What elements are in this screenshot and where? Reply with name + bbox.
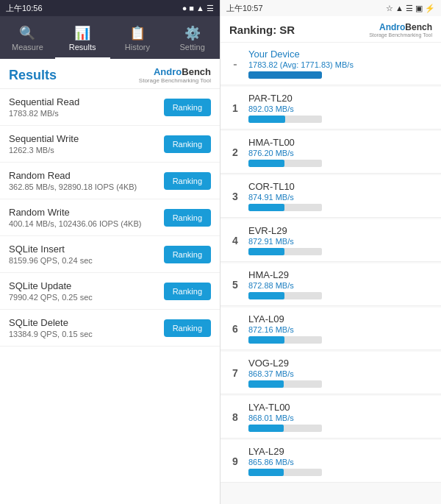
- rank-info: VOG-L29 868.37 MB/s: [248, 358, 434, 388]
- rank-bar: [248, 160, 284, 167]
- rank-device-name: PAR-TL20: [248, 93, 434, 104]
- rank-info: LYA-TL00 868.01 MB/s: [248, 402, 434, 432]
- rank-number: 3: [228, 191, 243, 202]
- ranking-button[interactable]: Ranking: [164, 319, 211, 337]
- result-name: SQLite Insert: [9, 244, 93, 255]
- rank-score: 872.91 MB/s: [248, 237, 434, 246]
- result-value: 400.14 MB/s, 102436.06 IOPS (4KB): [9, 219, 141, 228]
- result-value: 7990.42 QPS, 0.25 sec: [9, 293, 93, 302]
- result-name: Random Write: [9, 207, 141, 218]
- result-info: SQLite Update 7990.42 QPS, 0.25 sec: [9, 280, 93, 302]
- status-icons-left: ● ■ ▲ ☰: [182, 4, 214, 13]
- rank-bar: [248, 380, 284, 388]
- tab-measure[interactable]: 🔍 Measure: [0, 21, 55, 59]
- result-item: SQLite Update 7990.42 QPS, 0.25 sec Rank…: [0, 273, 220, 310]
- result-info: Random Write 400.14 MB/s, 102436.06 IOPS…: [9, 207, 141, 228]
- androbench-logo: AndroBench Storage Benchmarking Tool: [139, 66, 211, 84]
- ranking-item: 3 COR-TL10 874.91 MB/s: [220, 175, 441, 218]
- tab-setting[interactable]: ⚙️ Setting: [165, 21, 220, 59]
- result-info: SQLite Insert 8159.96 QPS, 0.24 sec: [9, 244, 93, 265]
- rank-device-name: Your Device: [248, 49, 434, 60]
- ranking-button[interactable]: Ranking: [164, 172, 211, 190]
- rank-bar: [248, 248, 284, 255]
- rank-device-name: EVR-L29: [248, 225, 434, 236]
- rank-bar-container: [248, 160, 322, 167]
- logo-bench-right: Bench: [405, 22, 432, 32]
- rank-score: 872.16 MB/s: [248, 325, 434, 334]
- result-name: Sequential Write: [9, 133, 79, 144]
- logo-sub: Storage Benchmarking Tool: [139, 77, 211, 84]
- rank-device-name: LYA-L29: [248, 446, 434, 457]
- rank-info: LYA-L29 865.86 MB/s: [248, 446, 434, 476]
- rank-number: 8: [228, 411, 243, 423]
- rank-number: 5: [228, 279, 243, 291]
- rank-info: COR-TL10 874.91 MB/s: [248, 181, 434, 211]
- rank-bar-container: [248, 248, 322, 255]
- rank-number: 2: [228, 146, 243, 158]
- result-value: 13384.9 QPS, 0.15 sec: [9, 330, 93, 338]
- status-bar-right: 上午10:57 ☆ ▲ ☰ ▣ ⚡: [220, 0, 441, 16]
- rank-bar-container: [248, 71, 322, 79]
- time-right: 上午10:57: [226, 3, 263, 14]
- rank-bar-container: [248, 425, 322, 432]
- ranking-list: - Your Device 1783.82 (Avg: 1771.83) MB/…: [220, 43, 441, 504]
- result-item: Random Read 362.85 MB/s, 92890.18 IOPS (…: [0, 163, 220, 199]
- rank-bar: [248, 292, 284, 299]
- rank-bar: [248, 425, 284, 432]
- ranking-item: 8 LYA-TL00 868.01 MB/s: [220, 396, 441, 439]
- ranking-item: 7 VOG-L29 868.37 MB/s: [220, 352, 441, 394]
- result-value: 8159.96 QPS, 0.24 sec: [9, 256, 93, 265]
- ranking-button[interactable]: Ranking: [164, 246, 211, 263]
- rank-info: HMA-TL00 876.20 MB/s: [248, 137, 434, 167]
- results-list: Sequential Read 1783.82 MB/s Ranking Seq…: [0, 89, 220, 504]
- ranking-item: 4 EVR-L29 872.91 MB/s: [220, 219, 441, 262]
- tab-results[interactable]: 📊 Results: [55, 21, 110, 59]
- result-info: Sequential Read 1783.82 MB/s: [9, 96, 79, 118]
- rank-device-name: COR-TL10: [248, 181, 434, 192]
- time-left: 上午10:56: [6, 3, 43, 14]
- tab-results-label: Results: [69, 43, 96, 52]
- ranking-button[interactable]: Ranking: [164, 209, 211, 227]
- result-value: 1262.3 MB/s: [9, 146, 79, 155]
- rank-info: Your Device 1783.82 (Avg: 1771.83) MB/s: [248, 49, 434, 79]
- rank-info: LYA-L09 872.16 MB/s: [248, 313, 434, 344]
- history-icon: 📋: [129, 25, 146, 41]
- tab-history[interactable]: 📋 History: [110, 21, 165, 59]
- rank-score: 1783.82 (Avg: 1771.83) MB/s: [248, 60, 434, 69]
- measure-icon: 🔍: [19, 25, 35, 41]
- ranking-button[interactable]: Ranking: [164, 283, 211, 300]
- ranking-item: 9 LYA-L29 865.86 MB/s: [220, 440, 441, 483]
- rank-number: 6: [228, 323, 243, 335]
- rank-info: PAR-TL20 892.03 MB/s: [248, 93, 434, 123]
- results-title: Results: [9, 68, 57, 83]
- rank-device-name: HMA-L29: [248, 269, 434, 280]
- result-name: SQLite Delete: [9, 317, 93, 328]
- rank-bar-container: [248, 336, 322, 344]
- rank-bar-container: [248, 380, 322, 388]
- result-item: SQLite Insert 8159.96 QPS, 0.24 sec Rank…: [0, 236, 220, 273]
- rank-score: 868.37 MB/s: [248, 369, 434, 378]
- result-item: Sequential Read 1783.82 MB/s Ranking: [0, 89, 220, 126]
- logo-andro: Andro: [154, 66, 182, 77]
- rank-bar: [248, 71, 322, 79]
- ranking-button[interactable]: Ranking: [164, 135, 211, 153]
- rank-device-name: LYA-TL00: [248, 402, 434, 413]
- result-name: Random Read: [9, 170, 137, 181]
- rank-bar-container: [248, 116, 322, 123]
- result-value: 362.85 MB/s, 92890.18 IOPS (4KB): [9, 182, 137, 191]
- rank-bar: [248, 204, 284, 211]
- status-bar-left: 上午10:56 ● ■ ▲ ☰: [0, 0, 220, 16]
- rank-bar: [248, 469, 284, 476]
- rank-score: 865.86 MB/s: [248, 458, 434, 466]
- rank-info: EVR-L29 872.91 MB/s: [248, 225, 434, 255]
- result-info: Sequential Write 1262.3 MB/s: [9, 133, 79, 155]
- rank-score: 876.20 MB/s: [248, 149, 434, 157]
- ranking-title: Ranking: SR: [229, 24, 295, 36]
- result-item: Sequential Write 1262.3 MB/s Ranking: [0, 126, 220, 163]
- tab-measure-label: Measure: [12, 43, 43, 52]
- ranking-button[interactable]: Ranking: [164, 99, 211, 116]
- rank-bar-container: [248, 469, 322, 476]
- rank-number: -: [228, 57, 243, 71]
- rank-number: 7: [228, 367, 243, 379]
- rank-score: 872.88 MB/s: [248, 281, 434, 290]
